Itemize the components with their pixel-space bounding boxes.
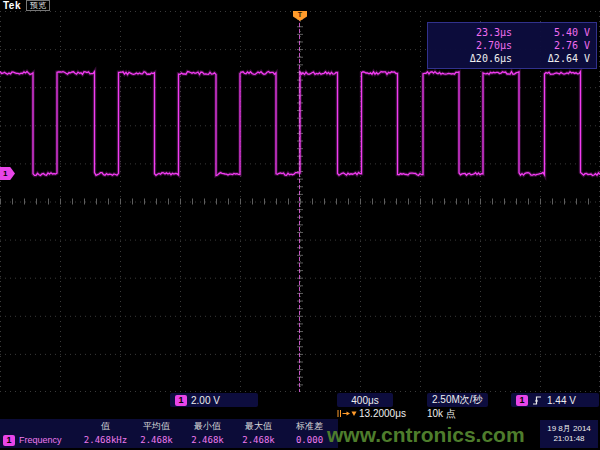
cursor-a-volt: 5.40 V [512, 26, 590, 39]
trigger-level-value: 1.44 V [547, 395, 576, 406]
timebase-value: 400μs [351, 395, 378, 406]
time-label: 21:01:48 [540, 434, 598, 444]
trigger-marker-label: T [298, 11, 302, 21]
cursor-b-time: 2.70μs [434, 39, 512, 52]
measurement-value: 2.468kHz [80, 435, 131, 445]
measurement-header-row: 值 平均值 最小值 最大值 标准差 [0, 419, 338, 433]
measurement-col-header-max: 最大值 [233, 420, 284, 433]
watermark: www.cntronics.com [327, 423, 525, 447]
measurement-mean: 2.468k [131, 435, 182, 445]
cursor-b-volt: 2.76 V [512, 39, 590, 52]
datetime-panel: 19 8月 2014 21:01:48 [540, 420, 598, 448]
sample-rate-value: 2.50M次/秒 [432, 393, 483, 407]
measurement-name-cell: 1 Frequency [0, 435, 80, 446]
trigger-position-line [299, 11, 300, 392]
sample-rate-readout[interactable]: 2.50M次/秒 [427, 393, 488, 407]
timebase-readout[interactable]: 400μs [337, 393, 393, 407]
measurement-col-header-min: 最小值 [182, 420, 233, 433]
brand-label: Tek [3, 0, 21, 11]
expansion-point-icon [337, 409, 357, 418]
graticule: T 1 23.3μs 5.40 V 2.70μs 2.76 V Δ20.6μs … [0, 11, 600, 392]
channel-scale-readout[interactable]: 1 2.00 V [170, 393, 258, 407]
cursor-b-row: 2.70μs 2.76 V [434, 39, 590, 52]
measurement-min: 2.468k [182, 435, 233, 445]
acquisition-mode-badge: 预览 [26, 0, 50, 11]
top-status-bar: Tek 预览 [3, 0, 50, 11]
measurement-table: 值 平均值 最小值 最大值 标准差 1 Frequency 2.468kHz 2… [0, 419, 338, 448]
channel-badge: 1 [175, 395, 187, 406]
oscilloscope-screen: Tek 预览 T 1 23.3μs 5.40 V 2.70μs 2.76 V Δ… [0, 0, 600, 450]
record-length-readout: 10k 点 [427, 408, 456, 419]
date-label: 19 8月 2014 [540, 424, 598, 434]
cursor-a-time: 23.3μs [434, 26, 512, 39]
measurement-col-header-mean: 平均值 [131, 420, 182, 433]
cursor-a-row: 23.3μs 5.40 V [434, 26, 590, 39]
cursor-delta-time: Δ20.6μs [434, 52, 512, 65]
channel-scale-value: 2.00 V [191, 395, 220, 406]
measurement-name: Frequency [19, 435, 62, 445]
cursor-readout-panel: 23.3μs 5.40 V 2.70μs 2.76 V Δ20.6μs Δ2.6… [427, 22, 597, 69]
measurement-row[interactable]: 1 Frequency 2.468kHz 2.468k 2.468k 2.468… [0, 433, 338, 447]
delay-value: 13.2000μs [359, 408, 406, 419]
measurement-channel-badge: 1 [3, 435, 15, 446]
measurement-max: 2.468k [233, 435, 284, 445]
delay-readout[interactable]: 13.2000μs [337, 408, 406, 419]
trigger-readout[interactable]: 1 1.44 V [511, 393, 599, 407]
cursor-delta-volt: Δ2.64 V [512, 52, 590, 65]
measurement-col-header-value: 值 [80, 420, 131, 433]
record-length-value: 10k 点 [427, 407, 456, 421]
trigger-source-badge: 1 [516, 395, 528, 406]
cursor-delta-row: Δ20.6μs Δ2.64 V [434, 52, 590, 65]
rising-slope-icon [532, 395, 543, 406]
